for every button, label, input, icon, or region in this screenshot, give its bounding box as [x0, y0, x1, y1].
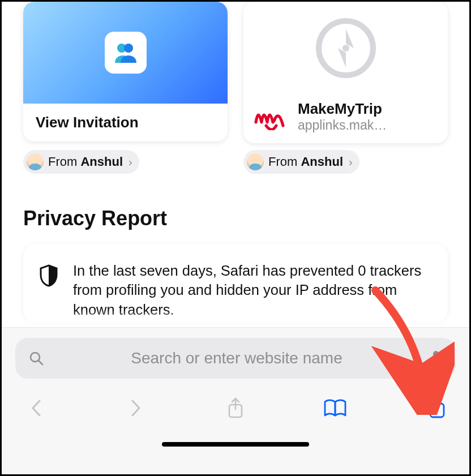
chevron-right-icon: ›: [129, 156, 132, 169]
avatar-icon: [247, 153, 264, 170]
from-chip-row: From Anshul › From Anshul ›: [2, 150, 469, 174]
tabs-button[interactable]: [417, 394, 452, 422]
search-input[interactable]: [54, 349, 419, 367]
makemytrip-texts: MakeMyTrip applinks.mak…: [298, 100, 387, 133]
shared-cards-row: View Invitation: [2, 2, 469, 143]
invitation-card[interactable]: View Invitation: [23, 2, 228, 143]
makemytrip-info-row: MakeMyTrip applinks.mak…: [243, 95, 448, 143]
mic-icon[interactable]: [430, 350, 442, 367]
makemytrip-card-body: MakeMyTrip applinks.mak…: [243, 2, 448, 143]
invitation-label: View Invitation: [36, 114, 139, 131]
from-chip-right[interactable]: From Anshul ›: [243, 150, 359, 174]
bookmarks-button[interactable]: [318, 394, 353, 422]
chevron-right-icon: ›: [349, 156, 353, 169]
makemytrip-card[interactable]: MakeMyTrip applinks.mak…: [243, 2, 448, 143]
svg-line-7: [38, 361, 42, 364]
shield-icon: [39, 264, 58, 287]
privacy-heading: Privacy Report: [23, 207, 448, 230]
share-icon: [226, 397, 245, 419]
invitation-card-body: View Invitation: [23, 2, 228, 141]
invitation-label-row: View Invitation: [23, 104, 228, 141]
from-chip-left[interactable]: From Anshul ›: [23, 150, 139, 174]
compass-icon: [314, 16, 378, 80]
tabs-icon: [423, 397, 446, 419]
bottom-bar: [2, 327, 469, 474]
people-app-icon: [105, 32, 147, 74]
privacy-card[interactable]: In the last seven days, Safari has preve…: [23, 244, 448, 322]
back-button[interactable]: [19, 394, 54, 422]
toolbar: [15, 389, 456, 427]
home-indicator: [162, 442, 309, 447]
search-icon: [29, 351, 44, 366]
makemytrip-title: MakeMyTrip: [298, 100, 387, 118]
safari-start-page-screenshot: View Invitation: [0, 0, 471, 476]
svg-point-1: [124, 44, 133, 53]
chip-text: From Anshul: [48, 155, 123, 169]
share-button[interactable]: [218, 394, 253, 422]
forward-button[interactable]: [118, 394, 153, 422]
chip-text: From Anshul: [268, 155, 343, 169]
makemytrip-subtitle: applinks.mak…: [298, 118, 387, 133]
makemytrip-logo: [254, 101, 288, 132]
address-bar[interactable]: [15, 338, 456, 379]
content-area: View Invitation: [2, 2, 469, 327]
book-icon: [323, 398, 348, 418]
invitation-hero: [23, 2, 228, 104]
makemytrip-hero: [243, 2, 448, 95]
privacy-body: In the last seven days, Safari has preve…: [73, 261, 432, 319]
privacy-section: Privacy Report In the last seven days, S…: [2, 207, 469, 322]
avatar-icon: [27, 153, 44, 170]
svg-rect-8: [433, 351, 439, 360]
svg-point-5: [342, 45, 349, 52]
svg-rect-13: [430, 404, 444, 417]
